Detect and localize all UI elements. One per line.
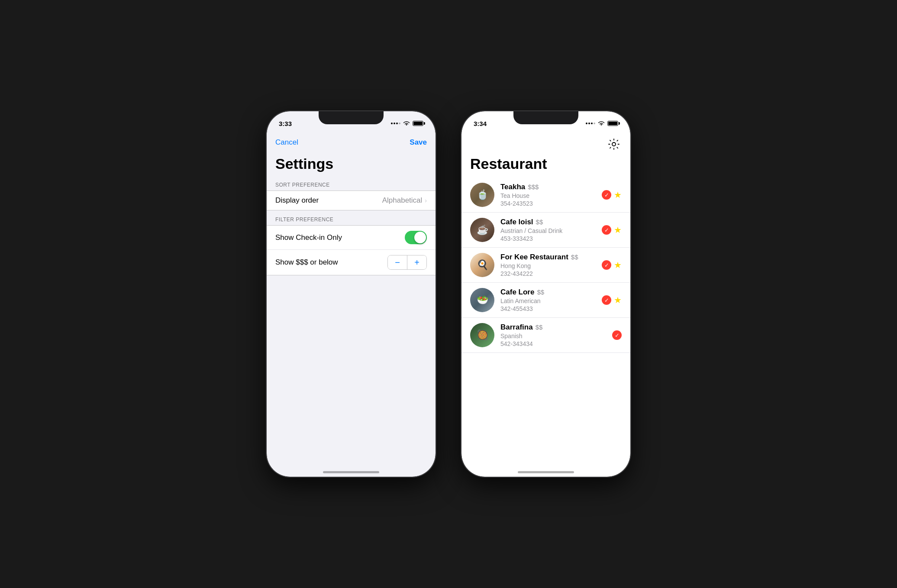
toggle-knob (414, 232, 426, 243)
notch-left (319, 111, 384, 124)
price-cafe-lore: $$ (537, 288, 544, 296)
actions-cafe-lore: ✓ ★ (602, 295, 622, 305)
phone-barrafina: 542-343434 (500, 340, 606, 347)
dot4 (399, 123, 400, 124)
check-in-toggle[interactable] (405, 231, 427, 244)
info-cafe-loisl: Cafe loisl $$ Austrian / Casual Drink 45… (500, 218, 596, 242)
rdot1 (586, 123, 587, 124)
type-for-kee: Hong Kong (500, 262, 596, 269)
type-cafe-lore: Latin American (500, 297, 596, 304)
type-cafe-loisl: Austrian / Casual Drink (500, 227, 596, 234)
price-stepper: − + (387, 255, 427, 270)
battery-icon (413, 121, 423, 126)
rdot2 (588, 123, 590, 124)
name-row-cafe-lore: Cafe Lore $$ (500, 288, 596, 297)
star-badge-cafe-lore: ★ (614, 295, 622, 305)
time-left: 3:33 (279, 120, 292, 127)
star-badge-cafe-loisl: ★ (614, 225, 622, 235)
phone-teakha: 354-243523 (500, 200, 596, 207)
filter-group: Show Check-in Only Show $$$ or below − + (267, 225, 436, 275)
phone-cafe-lore: 342-455433 (500, 305, 596, 312)
phone-for-kee: 232-434222 (500, 270, 596, 277)
restaurant-item-cafe-lore[interactable]: 🥗 Cafe Lore $$ Latin American 342-455433… (461, 283, 630, 318)
check-badge-teakha: ✓ (602, 190, 611, 200)
type-teakha: Tea House (500, 192, 596, 199)
restaurant-nav (461, 133, 630, 154)
sort-section-header: SORT PREFERENCE (267, 179, 436, 191)
cancel-button[interactable]: Cancel (275, 138, 298, 147)
phone-cafe-loisl: 453-333423 (500, 235, 596, 242)
restaurant-item-barrafina[interactable]: 🥘 Barrafina $$ Spanish 542-343434 ✓ (461, 318, 630, 353)
name-cafe-lore: Cafe Lore (500, 288, 534, 297)
display-order-row[interactable]: Display order Alphabetical › (267, 191, 436, 210)
check-in-only-row: Show Check-in Only (267, 226, 436, 250)
settings-nav-bar: Cancel Save (267, 133, 436, 152)
avatar-cafe-loisl: ☕ (470, 218, 494, 242)
home-bar-left (323, 471, 379, 473)
star-badge-teakha: ★ (614, 190, 622, 200)
display-order-value-text: Alphabetical (382, 196, 423, 205)
right-phone: 3:34 (461, 111, 630, 477)
rdot4 (594, 123, 595, 124)
restaurant-item-teakha[interactable]: 🍵 Teakha $$$ Tea House 354-243523 ✓ ★ (461, 178, 630, 213)
signal-dots-right (586, 123, 595, 124)
name-row-barrafina: Barrafina $$ (500, 323, 606, 332)
display-order-label: Display order (275, 196, 319, 205)
price-barrafina: $$ (536, 323, 543, 331)
display-order-chevron: › (425, 197, 427, 204)
price-teakha: $$$ (528, 183, 539, 191)
settings-screen: 3:33 Cancel (267, 111, 436, 477)
name-row-cafe-loisl: Cafe loisl $$ (500, 218, 596, 226)
info-teakha: Teakha $$$ Tea House 354-243523 (500, 183, 596, 207)
wifi-icon-right (598, 121, 605, 126)
avatar-for-kee: 🍳 (470, 253, 494, 277)
dot2 (394, 123, 395, 124)
info-barrafina: Barrafina $$ Spanish 542-343434 (500, 323, 606, 347)
settings-gear-button[interactable] (606, 136, 622, 152)
actions-cafe-loisl: ✓ ★ (602, 225, 622, 235)
check-badge-for-kee: ✓ (602, 260, 611, 270)
check-in-only-label: Show Check-in Only (275, 233, 342, 242)
avatar-teakha: 🍵 (470, 183, 494, 207)
battery-icon-right (607, 121, 618, 126)
price-filter-label: Show $$$ or below (275, 258, 338, 267)
stepper-plus-button[interactable]: + (407, 255, 426, 269)
check-badge-cafe-loisl: ✓ (602, 225, 611, 235)
home-bar-right (518, 471, 574, 473)
name-row-for-kee: For Kee Restaurant $$ (500, 253, 596, 262)
notch-right (513, 111, 578, 124)
name-teakha: Teakha (500, 183, 525, 191)
price-filter-row: Show $$$ or below − + (267, 250, 436, 275)
dot3 (396, 123, 398, 124)
rdot3 (591, 123, 593, 124)
status-icons-left (391, 121, 423, 126)
info-cafe-lore: Cafe Lore $$ Latin American 342-455433 (500, 288, 596, 312)
avatar-barrafina: 🥘 (470, 323, 494, 347)
left-phone: 3:33 Cancel (267, 111, 436, 477)
check-badge-cafe-lore: ✓ (602, 295, 611, 305)
name-barrafina: Barrafina (500, 323, 533, 332)
battery-fill (413, 122, 423, 125)
battery-fill-right (608, 122, 617, 125)
restaurant-item-cafe-loisl[interactable]: ☕ Cafe loisl $$ Austrian / Casual Drink … (461, 213, 630, 248)
settings-title: Settings (267, 152, 436, 179)
price-for-kee: $$ (571, 253, 578, 261)
restaurant-item-for-kee[interactable]: 🍳 For Kee Restaurant $$ Hong Kong 232-43… (461, 248, 630, 283)
name-for-kee: For Kee Restaurant (500, 253, 568, 262)
restaurant-list: 🍵 Teakha $$$ Tea House 354-243523 ✓ ★ (461, 178, 630, 353)
save-button[interactable]: Save (410, 138, 427, 147)
gear-icon (608, 138, 620, 150)
actions-for-kee: ✓ ★ (602, 260, 622, 270)
price-cafe-loisl: $$ (536, 218, 543, 226)
stepper-minus-button[interactable]: − (388, 255, 407, 269)
signal-dots (391, 123, 400, 124)
info-for-kee: For Kee Restaurant $$ Hong Kong 232-4342… (500, 253, 596, 277)
status-icons-right (586, 121, 618, 126)
name-cafe-loisl: Cafe loisl (500, 218, 533, 226)
wifi-icon (403, 121, 410, 126)
sort-group: Display order Alphabetical › (267, 191, 436, 210)
filter-section-header: FILTER PREFERENCE (267, 214, 436, 225)
type-barrafina: Spanish (500, 333, 606, 339)
time-right: 3:34 (474, 120, 487, 127)
check-badge-barrafina: ✓ (612, 330, 622, 340)
